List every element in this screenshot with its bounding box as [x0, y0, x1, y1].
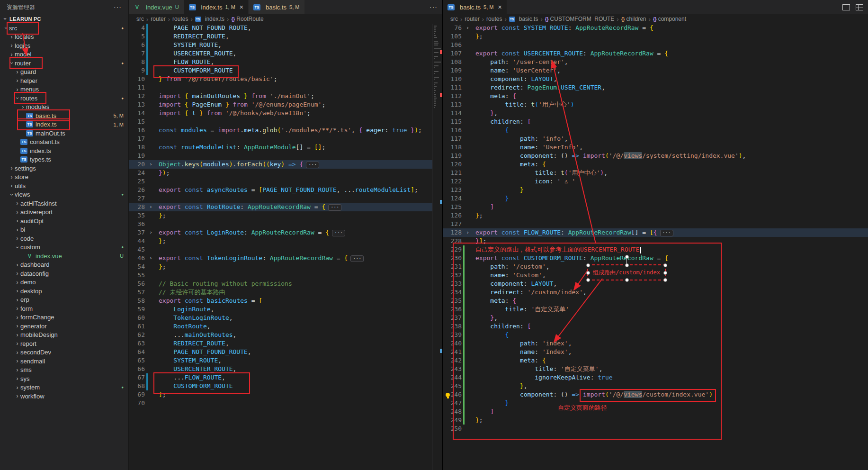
tab-basic.ts[interactable]: TSbasic.ts5, M — [249, 0, 304, 14]
line-number[interactable]: 7 — [129, 49, 145, 58]
breadcrumb-item-basic.ts[interactable]: TSbasic.ts — [509, 16, 538, 22]
tab-index.ts[interactable]: TSindex.ts1, M× — [184, 0, 249, 14]
line-number[interactable]: 237 — [443, 314, 462, 322]
workspace-section[interactable]: › LEARUN PC — [0, 14, 128, 24]
line-number[interactable]: 25 — [129, 177, 145, 186]
tree-item-sys[interactable]: ›sys — [0, 374, 128, 383]
tree-item-sendmail[interactable]: ›sendmail — [0, 357, 128, 366]
tree-item-mobileDesign[interactable]: ›mobileDesign — [0, 331, 128, 340]
tree-item-logics[interactable]: ›logics — [0, 41, 128, 50]
tree-item-modules[interactable]: ›modules — [0, 103, 128, 112]
line-number[interactable]: 16 — [129, 126, 145, 135]
folded-code-icon[interactable]: ··· — [350, 255, 364, 262]
line-number[interactable]: 232 — [443, 271, 462, 280]
line-number[interactable]: 115 — [443, 118, 462, 126]
breadcrumb-item-src[interactable]: src — [450, 16, 458, 22]
line-number[interactable]: 63 — [129, 339, 145, 348]
tab-basic.ts[interactable]: TSbasic.ts5, M× — [443, 0, 507, 14]
line-number[interactable]: 250 — [443, 425, 462, 433]
tree-item-routes[interactable]: ›routes● — [0, 94, 128, 103]
line-number[interactable]: 26 — [129, 186, 145, 194]
line-number[interactable]: 118 — [443, 143, 462, 152]
tree-item-helper[interactable]: ›helper — [0, 76, 128, 85]
line-number[interactable]: 58 — [129, 297, 145, 305]
line-number[interactable]: 124 — [443, 194, 462, 203]
tree-item-settings[interactable]: ›settings — [0, 164, 128, 173]
tree-item-report[interactable]: ›report — [0, 339, 128, 348]
line-number[interactable]: 61 — [129, 322, 145, 331]
tree-item-basic.ts[interactable]: TSbasic.ts5, M — [0, 111, 128, 120]
line-number[interactable]: 27 — [129, 194, 145, 203]
line-number[interactable]: 105 — [443, 32, 462, 41]
line-number[interactable]: 117 — [443, 135, 462, 143]
fold-chevron-icon[interactable]: › — [148, 228, 154, 237]
breadcrumb-item-routes[interactable]: routes — [486, 16, 502, 22]
line-number[interactable]: 69 — [129, 390, 145, 399]
tree-item-utils[interactable]: ›utils — [0, 181, 128, 190]
line-number[interactable]: 12 — [129, 92, 145, 100]
tree-item-custom[interactable]: ›custom● — [0, 243, 128, 252]
tree-item-erp[interactable]: ›erp — [0, 296, 128, 305]
line-number[interactable]: 112 — [443, 92, 462, 100]
line-number[interactable]: 233 — [443, 280, 462, 288]
tree-item-constant.ts[interactable]: TSconstant.ts — [0, 138, 128, 147]
line-number[interactable]: 76 — [443, 24, 462, 32]
line-number[interactable]: 229 — [443, 245, 462, 254]
line-number[interactable]: 24 — [129, 169, 145, 177]
line-number[interactable]: 244 — [443, 373, 462, 382]
line-number[interactable]: 122 — [443, 177, 462, 186]
line-number[interactable]: 239 — [443, 331, 462, 339]
line-number[interactable]: 127 — [443, 220, 462, 228]
line-number[interactable]: 249 — [443, 416, 462, 425]
line-number[interactable]: 67 — [129, 373, 145, 382]
line-number[interactable]: 28 — [129, 203, 145, 211]
tree-item-store[interactable]: ›store — [0, 173, 128, 182]
tree-item-auditOpt[interactable]: ›auditOpt — [0, 217, 128, 226]
tree-item-guard[interactable]: ›guard — [0, 68, 128, 77]
line-number[interactable]: 35 — [129, 211, 145, 220]
line-number[interactable]: 235 — [443, 297, 462, 305]
line-number[interactable]: 111 — [443, 83, 462, 92]
line-number[interactable]: 4 — [129, 24, 145, 32]
lightbulb-icon[interactable] — [446, 393, 450, 397]
tree-item-form[interactable]: ›form — [0, 304, 128, 313]
line-number[interactable]: 14 — [129, 109, 145, 118]
line-number[interactable]: 5 — [129, 32, 145, 41]
line-number[interactable]: 107 — [443, 49, 462, 58]
line-number[interactable]: 11 — [129, 83, 145, 92]
line-number[interactable]: 19 — [129, 152, 145, 160]
fold-chevron-icon[interactable]: › — [465, 228, 471, 237]
tree-item-demo[interactable]: ›demo — [0, 278, 128, 287]
line-number[interactable]: 45 — [129, 245, 145, 254]
line-number[interactable]: 13 — [129, 100, 145, 109]
line-number[interactable]: 44 — [129, 237, 145, 245]
line-number[interactable]: 55 — [129, 271, 145, 280]
close-icon[interactable]: × — [240, 4, 243, 10]
tree-item-locales[interactable]: ›locales — [0, 33, 128, 42]
tree-item-actHiTaskinst[interactable]: ›actHiTaskinst — [0, 199, 128, 208]
line-number[interactable]: 106 — [443, 41, 462, 49]
fold-chevron-icon[interactable]: › — [148, 203, 154, 211]
tree-item-dataconfig[interactable]: ›dataconfig — [0, 269, 128, 278]
line-number[interactable]: 36 — [129, 220, 145, 228]
line-number[interactable]: 46 — [129, 254, 145, 262]
tree-item-types.ts[interactable]: TStypes.ts — [0, 155, 128, 164]
folded-code-icon[interactable]: ··· — [660, 230, 673, 236]
line-number[interactable]: 54 — [129, 262, 145, 271]
line-number[interactable]: 8 — [129, 58, 145, 66]
line-number[interactable]: 230 — [443, 254, 462, 262]
line-number[interactable]: 123 — [443, 186, 462, 194]
line-number[interactable]: 238 — [443, 322, 462, 331]
line-number[interactable]: 18 — [129, 143, 145, 152]
line-number[interactable]: 66 — [129, 365, 145, 373]
tree-item-index.vue[interactable]: Vindex.vueU — [0, 252, 128, 261]
line-number[interactable]: 236 — [443, 305, 462, 314]
line-number[interactable]: 10 — [129, 75, 145, 83]
line-number[interactable]: 240 — [443, 339, 462, 348]
minimap[interactable] — [432, 24, 442, 470]
line-number[interactable]: 110 — [443, 75, 462, 83]
line-number[interactable]: 126 — [443, 211, 462, 220]
line-number[interactable]: 121 — [443, 169, 462, 177]
breadcrumb-item-component[interactable]: {}component — [653, 16, 686, 22]
line-number[interactable]: 242 — [443, 356, 462, 365]
